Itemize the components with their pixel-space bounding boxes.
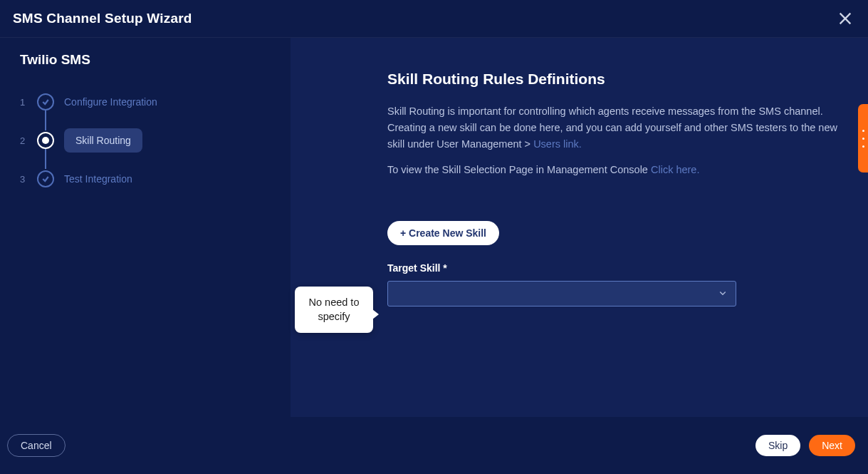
wizard-sidebar: Twilio SMS 1 Configure Integration 2 Ski… [0, 38, 291, 417]
chevron-down-icon [718, 287, 727, 300]
description-2: To view the Skill Selection Page in Mana… [387, 162, 843, 178]
wizard-footer: Cancel Skip Next [0, 417, 868, 474]
target-skill-select[interactable] [387, 281, 736, 306]
step-label: Test Integration [64, 173, 132, 185]
step-label: Skill Routing [64, 128, 142, 153]
page-heading: Skill Routing Rules Definitions [387, 71, 843, 88]
step-skill-routing[interactable]: 2 Skill Routing [20, 125, 271, 156]
sidebar-title: Twilio SMS [20, 52, 271, 68]
tooltip-callout: No need to specify [295, 287, 373, 333]
dot-icon [862, 145, 864, 148]
next-button[interactable]: Next [809, 435, 855, 456]
tooltip-text: No need to specify [309, 297, 360, 322]
close-icon[interactable] [835, 9, 855, 29]
check-circle-icon [37, 170, 54, 187]
wizard-main: No need to specify Skill Routing Rules D… [291, 38, 868, 417]
users-link[interactable]: Users link. [533, 138, 582, 150]
description-1-text: Skill Routing is important for controlli… [387, 105, 837, 150]
cancel-button[interactable]: Cancel [7, 434, 66, 457]
dot-circle-icon [37, 132, 54, 149]
click-here-link[interactable]: Click here. [651, 164, 700, 175]
step-test-integration[interactable]: 3 Test Integration [20, 163, 271, 195]
step-number: 1 [20, 97, 27, 108]
side-handle[interactable] [858, 104, 868, 172]
step-configure-integration[interactable]: 1 Configure Integration [20, 86, 271, 118]
skip-button[interactable]: Skip [755, 435, 800, 456]
dot-icon [862, 130, 864, 132]
step-number: 2 [20, 135, 27, 146]
step-label: Configure Integration [64, 96, 157, 108]
wizard-header: SMS Channel Setup Wizard [0, 0, 868, 38]
create-new-skill-button[interactable]: + Create New Skill [387, 221, 499, 245]
description-1: Skill Routing is important for controlli… [387, 103, 843, 153]
wizard-title: SMS Channel Setup Wizard [13, 11, 192, 26]
step-list: 1 Configure Integration 2 Skill Routing … [20, 86, 271, 195]
dot-icon [862, 138, 864, 140]
step-number: 3 [20, 174, 27, 185]
check-circle-icon [37, 93, 54, 110]
description-2-text: To view the Skill Selection Page in Mana… [387, 164, 651, 175]
target-skill-label: Target Skill * [387, 262, 843, 274]
